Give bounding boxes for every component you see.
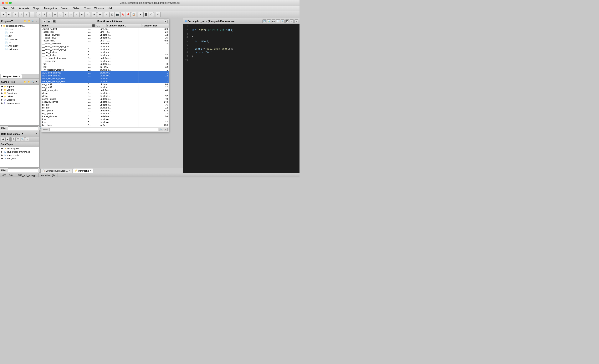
table-row[interactable]: _aeabi_idiv 0... uint __a... 24 (41, 30, 169, 33)
img-btn-2[interactable]: 📷 (115, 12, 120, 17)
graph-btn[interactable]: ⬡ (149, 12, 154, 17)
dc-icon-1[interactable]: 🔄 (263, 19, 266, 23)
back-button[interactable]: ◀ (1, 12, 6, 17)
tree-item-jcr[interactable]: 📄 .jcr (0, 41, 39, 44)
dt-btn4[interactable]: ✕ (25, 137, 29, 142)
dt-builtin[interactable]: ▶ 🗂 BuiltInTypes (0, 147, 39, 150)
fw-filter-input[interactable] (49, 128, 159, 131)
fw-filter-btn2[interactable]: ≡ (164, 128, 167, 131)
table-row[interactable]: .divsi3_nodiv0 0... uint .di... 520 (41, 27, 169, 30)
data-btn[interactable]: D (53, 12, 57, 17)
img-btn-4[interactable]: 📌 (126, 12, 131, 17)
table-row[interactable]: close 0... thunk in... 12 (41, 95, 169, 98)
dt-fwd[interactable]: ▶ (5, 137, 9, 142)
minimize-button[interactable] (5, 2, 8, 4)
sym-namespaces[interactable]: ▶ {} Namespaces (0, 101, 39, 105)
tab-functions[interactable]: ⚡ Functions ✕ (73, 168, 93, 173)
table-row[interactable]: _Jv_RegisterClasses 0... thunk un... 1 (41, 68, 169, 71)
table-row[interactable]: AES_ecb_encrypt 0... thunk vo... 12 (41, 74, 169, 77)
dt-btn3[interactable]: 🔍 (21, 137, 25, 142)
table-row[interactable]: __gmon_start__ 0... thunk un... 1 (41, 60, 169, 62)
tab-listing[interactable]: 📋 Listing: libupgradeFi... ✕ (40, 168, 72, 173)
table-row[interactable]: __cxa_finalize 0... thunk un... 12 (41, 54, 169, 57)
tree-item-init-array[interactable]: 📄 .init_array (0, 47, 39, 51)
table-row[interactable]: __cxa_finalize 0... thunk un... 1 (41, 51, 169, 54)
table-row[interactable]: cal_crc32 0... thunk ui... 12 (41, 86, 169, 89)
st-close[interactable]: ✕ (35, 80, 38, 83)
dc-close[interactable]: ✕ (294, 19, 298, 23)
table-row[interactable]: _fini 0... undefine... 8 (41, 62, 169, 65)
col-sort-icon[interactable]: ⬛ (92, 24, 95, 27)
symbol-tree-content[interactable]: ▶ 📁 Imports ▶ 📁 Exports ▶ 📁 Functions ▶ … (0, 85, 39, 125)
table-row[interactable]: _init 0... int _ini... 12 (41, 65, 169, 68)
program-tree-content[interactable]: ▶ 📁 libupgradeFirmw... 📄 .bss 📄 .data 📄 … (0, 24, 39, 74)
img-btn-1[interactable]: 🖼 (109, 12, 115, 17)
sym-exports[interactable]: ▶ 📁 Exports (0, 88, 39, 91)
menu-tools[interactable]: Tools (83, 6, 92, 10)
table-scroll[interactable]: .divsi3_nodiv0 0... uint .di... 520 _aea… (41, 27, 169, 127)
tree-item-data[interactable]: 📄 .data (0, 31, 39, 34)
byte-btn[interactable]: B (79, 12, 85, 17)
nav-btn-2[interactable]: ⬇ (18, 12, 24, 17)
table-row[interactable]: fis_update 0... undefine... 324 (41, 109, 169, 112)
menu-select[interactable]: Select (71, 6, 82, 10)
nav-btn-4[interactable]: ↓ (29, 12, 34, 17)
tab-listing-close[interactable]: ✕ (69, 169, 70, 172)
menu-graph[interactable]: Graph (31, 6, 42, 10)
table-row[interactable]: AES_set_decrypt_key 0... thunk in... 12 (41, 80, 169, 83)
table-row[interactable]: __do_global_dtors_aux 0... undefine... 6… (41, 57, 169, 60)
menu-search[interactable]: Search (59, 6, 71, 10)
data-types-tree[interactable]: ▶ 🗂 BuiltInTypes ▶ 🗂 libupgradeFirmware.… (0, 147, 39, 168)
undo-btn[interactable]: ↩ (92, 12, 97, 17)
dc-icon-5[interactable]: 🔍 (281, 19, 284, 23)
table-row[interactable]: __aeabi_unwind_cpp_pr0 0... thunk un... … (41, 45, 169, 48)
table-row[interactable]: ecb128Decrypt 0... undefine... 148 (41, 100, 169, 103)
dc-icon-2[interactable]: 📊 (267, 19, 271, 23)
img-btn-5[interactable]: 📋 (131, 12, 136, 17)
undef-btn[interactable]: U (58, 12, 63, 17)
fw-icon-2[interactable]: 📷 (47, 20, 51, 23)
dt-back[interactable]: ◀ (1, 137, 5, 142)
fn-btn[interactable]: F (69, 12, 74, 17)
menu-edit[interactable]: Edit (9, 6, 17, 10)
table-row[interactable]: fis_info 0... undefine... 76 (41, 103, 169, 106)
table-row[interactable]: fis_info 0... thunk un... 12 (41, 106, 169, 109)
dt-lib[interactable]: ▶ 🗂 libupgradeFirmware.so (0, 150, 39, 153)
menu-window[interactable]: Window (93, 6, 106, 10)
table-row[interactable]: _aeabi_uidiv 0... uint __a... 492 (41, 39, 169, 42)
play-btn[interactable]: ▶ (138, 12, 143, 17)
tree-item-fini-array[interactable]: 📄 .fini_array (0, 44, 39, 47)
redo-btn[interactable]: ↪ (97, 12, 102, 17)
table-row[interactable]: fw_check 0... int fu... 228 (41, 124, 169, 127)
st-icon-3[interactable]: 🔍 (31, 80, 34, 83)
menu-help[interactable]: Help (106, 6, 115, 10)
tree-item-got[interactable]: 📄 .got (0, 34, 39, 37)
dt-close[interactable]: ✕ (35, 132, 38, 136)
dt-generic[interactable]: ▶ 🗂 generic_clib (0, 153, 39, 157)
table-row[interactable]: fis_update 0... thunk un... 12 (41, 112, 169, 115)
dc-icon-4[interactable]: 📄 (276, 19, 280, 23)
tab-program-tree-close[interactable]: ✕ (18, 75, 20, 78)
sym-functions[interactable]: ▶ 📁 Functions (0, 91, 39, 95)
sym-classes[interactable]: ▶ ⬡ Classes (0, 98, 39, 101)
menu-file[interactable]: File (1, 6, 9, 10)
table-row[interactable]: __aeabi_idivmod 0... undefine... 32 (41, 33, 169, 36)
table-row[interactable]: call_gmon_start 0... undefine... 40 (41, 89, 169, 92)
tree-item-bss[interactable]: 📄 .bss (0, 27, 39, 31)
data-type-filter-input[interactable] (8, 169, 38, 172)
dt-btn1[interactable]: ⊕ (11, 137, 16, 142)
symbol-filter-input[interactable] (8, 126, 38, 130)
fw-icon-4[interactable]: ✕ (164, 20, 167, 23)
maximize-button[interactable] (9, 2, 12, 4)
sym-labels[interactable]: ▶ 📁 Labels (0, 95, 39, 98)
st-icon-2[interactable]: 📂 (27, 80, 31, 83)
table-row[interactable]: close 0... thunk in... 1 (41, 92, 169, 95)
dt-macosx[interactable]: ▶ 🗂 mac_osx (0, 157, 39, 160)
nav-btn-3[interactable]: ↑ (24, 12, 29, 17)
nav-btn-1[interactable]: ⬆ (13, 12, 18, 17)
table-row[interactable]: free 0... thunk vo... 1 (41, 118, 169, 121)
tab-program-tree[interactable]: Program Tree ✕ (1, 74, 22, 79)
dc-icon-6[interactable]: 💾 (285, 19, 289, 23)
dc-icon-7[interactable]: ▼ (290, 19, 294, 23)
table-row[interactable]: __aeabi_ldiv0 0... undefine... 16 (41, 36, 169, 39)
